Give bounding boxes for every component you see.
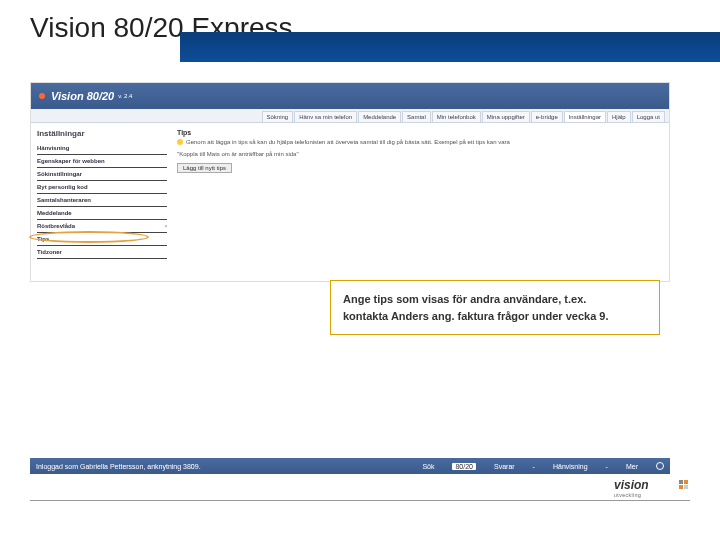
- status-hanv-value: -: [606, 463, 608, 470]
- callout-line2: kontakta Anders ang. faktura frågor unde…: [343, 308, 647, 325]
- app-window: Vision 80/20 v. 2.4 Sökning Hänv sa min …: [30, 82, 670, 282]
- status-hanv-label: Hänvisning: [553, 463, 588, 470]
- sidebar-item-tidzoner[interactable]: Tidzoner: [37, 246, 167, 259]
- app-version: v. 2.4: [118, 93, 132, 99]
- footer-logo-squares-icon: [679, 480, 688, 489]
- tab-hanv[interactable]: Hänv sa min telefon: [294, 111, 357, 122]
- sidebar-item-sokinst[interactable]: Sökinstillningar: [37, 168, 167, 181]
- tab-installningar[interactable]: Inställningar: [564, 111, 606, 122]
- slide-title-bar: Vision 80/20 Express: [0, 0, 720, 70]
- sidebar-item-kod[interactable]: Byt personlig kod: [37, 181, 167, 194]
- bulb-icon: [177, 139, 183, 145]
- content-title: Tips: [177, 129, 663, 136]
- status-sok-label: Sök: [422, 463, 434, 470]
- tab-uppgifter[interactable]: Mina uppgifter: [482, 111, 530, 122]
- top-tabs: Sökning Hänv sa min telefon Meddelande S…: [31, 109, 669, 123]
- app-body: Inställningar Hänvisning Egenskaper för …: [31, 123, 669, 265]
- title-blue-band: [180, 32, 720, 62]
- app-header: Vision 80/20 v. 2.4: [31, 83, 669, 109]
- sidebar-item-medd[interactable]: Meddelande: [37, 207, 167, 220]
- status-svarar-label: Svarar: [494, 463, 515, 470]
- sidebar-item-label: Tips: [37, 236, 49, 242]
- tip-line: Genom att lägga in tips så kan du hjälpa…: [177, 139, 663, 145]
- footer-divider: [30, 500, 690, 501]
- app-name: Vision 80/20: [51, 90, 114, 102]
- footer-logo-sub: utveckling: [614, 492, 684, 498]
- sidebar-item-egenskaper[interactable]: Egenskaper för webben: [37, 155, 167, 168]
- add-tip-button[interactable]: Lägg till nytt tips: [177, 163, 232, 173]
- callout-box: Ange tips som visas för andra användare,…: [330, 280, 660, 335]
- sidebar-item-rost[interactable]: Röstbrevlåda: [37, 220, 167, 233]
- app-logo-icon: [39, 93, 45, 99]
- status-user: Inloggad som Gabriella Pettersson, ankny…: [36, 463, 201, 470]
- callout-line1: Ange tips som visas för andra användare,…: [343, 291, 647, 308]
- tab-samtal[interactable]: Samtal: [402, 111, 431, 122]
- status-svarar-value: -: [533, 463, 535, 470]
- footer-logo: vision utveckling: [614, 478, 684, 508]
- tab-hjalp[interactable]: Hjälp: [607, 111, 631, 122]
- tab-sokning[interactable]: Sökning: [262, 111, 294, 122]
- sidebar-item-hanvisning[interactable]: Hänvisning: [37, 142, 167, 155]
- sidebar: Inställningar Hänvisning Egenskaper för …: [37, 129, 167, 259]
- tab-telefonbok[interactable]: Min telefonbok: [432, 111, 481, 122]
- sidebar-item-tips[interactable]: Tips: [37, 233, 167, 246]
- status-bar: Inloggad som Gabriella Pettersson, ankny…: [30, 458, 670, 474]
- tab-ebridge[interactable]: e-bridge: [531, 111, 563, 122]
- tab-loggaut[interactable]: Logga ut: [632, 111, 665, 122]
- tip-text: Genom att lägga in tips så kan du hjälpa…: [186, 139, 510, 145]
- tip-quote: "Koppla till Mats om är anträffbar på mi…: [177, 151, 299, 157]
- tab-meddelande[interactable]: Meddelande: [358, 111, 401, 122]
- sidebar-item-samtal[interactable]: Samtalshanteraren: [37, 194, 167, 207]
- status-sok-input[interactable]: 80/20: [452, 463, 476, 470]
- footer-logo-text: vision: [614, 478, 684, 492]
- content-pane: Tips Genom att lägga in tips så kan du h…: [177, 129, 663, 259]
- status-mer-label[interactable]: Mer: [626, 463, 638, 470]
- sidebar-title: Inställningar: [37, 129, 167, 138]
- circle-icon: [656, 462, 664, 470]
- tip-quote-line: "Koppla till Mats om är anträffbar på mi…: [177, 151, 663, 157]
